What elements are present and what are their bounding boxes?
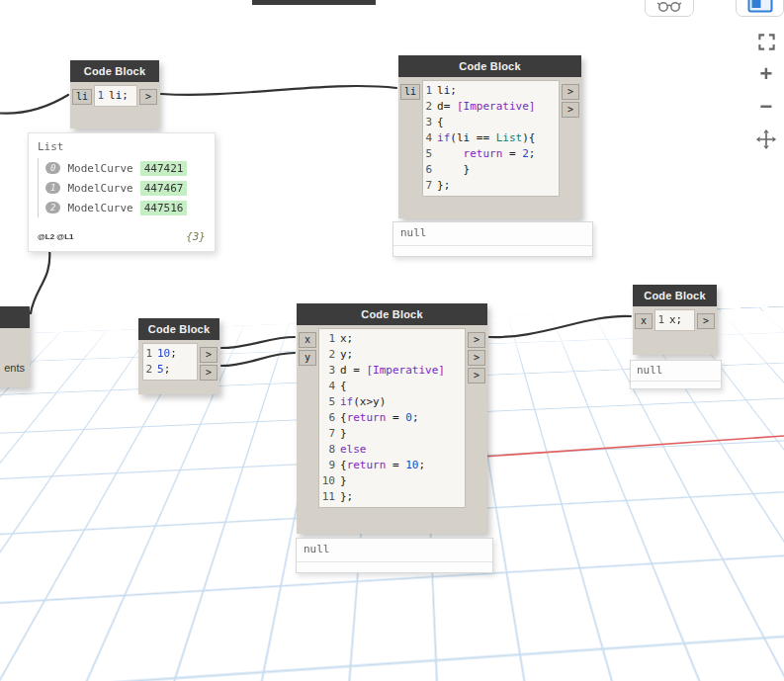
code-editor[interactable]: 1li;2d= [Imperative]3{4if(li == List){5 … (422, 80, 560, 197)
list-item: 2 ModelCurve 447516 (45, 198, 206, 217)
code-line: 7}; (425, 178, 555, 194)
code-editor[interactable]: 1x;2y;3d = [Imperative]4{5if(x>y)6{retur… (318, 328, 466, 508)
list-item-value: 447467 (140, 181, 188, 196)
code-line: 1x; (657, 312, 690, 328)
partial-node-top[interactable] (252, 0, 376, 5)
pan-button[interactable] (754, 128, 778, 151)
code-editor[interactable]: 1x; (654, 309, 695, 331)
code-line: 3{ (425, 115, 555, 130)
list-item-value: 447516 (140, 201, 188, 215)
pan-icon (755, 128, 777, 150)
node-title[interactable]: Code Block (297, 303, 487, 325)
view-controls-toolbar: + − (751, 30, 781, 151)
code-block-node-b[interactable]: Code Block li 1li;2d= [Imperative]3{4if(… (398, 55, 581, 218)
code-line: 4if(li == List){ (425, 130, 555, 146)
input-ports: x y (299, 328, 316, 366)
code-line: 6{return = 0; (321, 410, 461, 426)
code-block-node-f[interactable]: Code Block x y 1x;2y;3d = [Imperative]4{… (297, 303, 487, 534)
node-title[interactable]: Code Block (633, 285, 717, 306)
output-ports: > (697, 309, 715, 329)
list-rows: 0 ModelCurve 447421 1 ModelCurve 447467 … (38, 158, 206, 217)
output-port[interactable]: > (200, 347, 218, 363)
list-levels-label[interactable]: @L2 @L1 (38, 232, 74, 241)
list-preview-bubble[interactable]: List 0 ModelCurve 447421 1 ModelCurve 44… (28, 132, 216, 252)
output-ports: > (139, 85, 157, 105)
node-title[interactable]: Code Block (138, 318, 219, 340)
output-ports: > > (200, 343, 218, 381)
output-port[interactable]: > (562, 102, 579, 118)
node-footer (297, 510, 487, 534)
zoom-out-icon: − (760, 96, 773, 118)
node-g-preview-bubble[interactable]: null (630, 360, 722, 389)
code-line: 2d= [Imperative] (425, 99, 555, 115)
code-line: 8else (321, 442, 461, 458)
code-line: 1li; (97, 88, 132, 104)
node-f-preview-bubble[interactable]: null (296, 538, 493, 573)
code-block-node-a[interactable]: Code Block li 1li; > (70, 60, 159, 128)
input-ports: li (72, 85, 92, 105)
node-footer (398, 199, 581, 218)
code-line: 11}; (321, 489, 461, 505)
input-ports: li (400, 80, 420, 100)
preview-footer (393, 246, 592, 256)
fit-to-screen-icon (757, 33, 776, 51)
list-title: List (38, 140, 206, 153)
list-index-badge: 1 (45, 182, 60, 194)
node-title[interactable]: Code Block (398, 55, 581, 77)
glasses-icon (656, 0, 682, 13)
node-footer (138, 383, 219, 394)
list-item: 1 ModelCurve 447467 (45, 178, 206, 198)
code-line: 110; (145, 346, 193, 362)
partial-node-left[interactable]: ents (0, 306, 30, 387)
preview-value: null (631, 361, 721, 382)
output-ports: > > (562, 80, 579, 118)
blue-window-icon (747, 0, 773, 13)
list-item: 0 ModelCurve 447421 (45, 158, 206, 178)
code-block-node-g[interactable]: Code Block x 1x; > (633, 285, 717, 355)
geometry-view-button[interactable] (736, 0, 784, 17)
list-item-type: ModelCurve (67, 162, 132, 175)
zoom-in-button[interactable]: + (754, 62, 778, 86)
output-port[interactable]: > (468, 332, 485, 348)
input-port-li[interactable]: li (400, 84, 420, 100)
input-port-li[interactable]: li (72, 89, 92, 105)
fit-to-screen-button[interactable] (754, 30, 778, 53)
dynamo-workspace[interactable]: Code Block li 1li; > Code Block li 1li;2… (0, 0, 784, 681)
node-footer (633, 333, 717, 355)
output-port[interactable]: > (562, 84, 579, 100)
camera-export-button[interactable] (645, 0, 694, 17)
code-editor[interactable]: 1li; (94, 85, 137, 107)
node-title[interactable] (0, 306, 30, 328)
output-port[interactable]: > (468, 368, 485, 383)
code-line: 2y; (321, 347, 461, 363)
list-index-badge: 0 (45, 162, 60, 174)
code-block-node-e[interactable]: Code Block 110;25; > > (138, 318, 219, 394)
output-port[interactable]: > (200, 365, 218, 381)
node-title[interactable]: Code Block (70, 60, 159, 82)
input-port-x[interactable]: x (635, 313, 653, 329)
code-editor[interactable]: 110;25; (142, 343, 198, 381)
node-b-preview-bubble[interactable]: null (392, 221, 593, 257)
zoom-out-button[interactable]: − (754, 95, 778, 119)
output-port[interactable]: > (139, 89, 157, 105)
node-footer (70, 109, 159, 128)
node-body: ents (0, 328, 30, 387)
preview-value: null (393, 222, 592, 246)
code-line: 3d = [Imperative] (321, 363, 461, 379)
input-port-y[interactable]: y (299, 350, 316, 366)
list-item-value: 447421 (140, 161, 188, 176)
input-port-x[interactable]: x (299, 332, 316, 348)
list-index-badge: 2 (45, 202, 60, 213)
preview-footer (631, 382, 721, 388)
list-count: {3} (186, 230, 206, 243)
output-port[interactable]: > (697, 313, 715, 329)
code-line: 5if(x>y) (321, 394, 461, 410)
zoom-in-icon: + (760, 63, 773, 85)
output-ports: > > > (468, 328, 485, 383)
list-footer: @L2 @L1 {3} (38, 230, 206, 243)
output-port[interactable]: > (468, 350, 485, 366)
input-ports: x (635, 309, 653, 329)
list-item-type: ModelCurve (67, 202, 132, 214)
preview-footer (297, 562, 492, 572)
preview-value: null (297, 539, 492, 562)
